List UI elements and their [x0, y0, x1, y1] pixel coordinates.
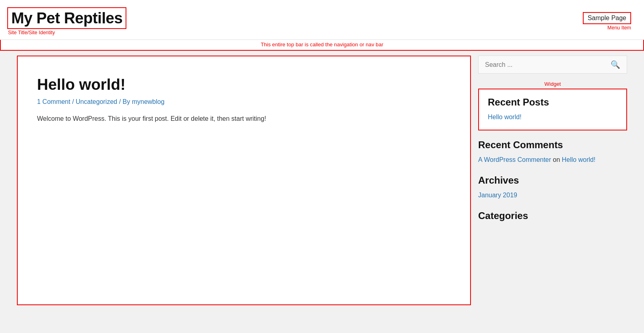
- recent-comments-text: A WordPress Commenter on Hello world!: [478, 156, 595, 163]
- recent-posts-widget: Recent Posts Hello world!: [478, 89, 627, 130]
- recent-comments-section: Recent Comments A WordPress Commenter on…: [478, 139, 627, 163]
- categories-section: Categories: [478, 210, 627, 227]
- search-input[interactable]: [485, 61, 611, 68]
- commenter-link[interactable]: A WordPress Commenter: [478, 156, 551, 163]
- search-box: 🔍: [478, 56, 627, 74]
- nav-right: Sample Page Menu Item: [583, 12, 631, 31]
- navbar: My Pet Reptiles Site Title/Site Identity…: [0, 0, 644, 40]
- page-wrap: Hello world! 1 Comment / Uncategorized /…: [12, 51, 632, 317]
- nav-bar-label: This entire top bar is called the naviga…: [0, 40, 644, 51]
- archives-section: Archives January 2019: [478, 175, 627, 199]
- comment-post-link[interactable]: Hello world!: [562, 156, 596, 163]
- archives-title: Archives: [478, 175, 627, 186]
- site-title-label: Site Title/Site Identity: [8, 30, 126, 35]
- post-meta: 1 Comment / Uncategorized / By mynewblog: [37, 98, 451, 105]
- post-title: Hello world!: [37, 76, 451, 93]
- post-card: Hello world! 1 Comment / Uncategorized /…: [18, 56, 470, 143]
- post-meta-link[interactable]: 1 Comment / Uncategorized / By mynewblog: [37, 98, 165, 105]
- menu-item-link[interactable]: Sample Page: [583, 12, 631, 24]
- post-excerpt: Welcome to WordPress. This is your first…: [37, 114, 451, 124]
- sidebar: 🔍 Widget Recent Posts Hello world! Recen…: [478, 56, 627, 238]
- recent-post-link[interactable]: Hello world!: [488, 114, 522, 120]
- site-title-wrap: My Pet Reptiles Site Title/Site Identity: [7, 7, 126, 35]
- main-content: Hello world! 1 Comment / Uncategorized /…: [17, 56, 471, 305]
- on-text: on: [553, 156, 562, 163]
- recent-comments-title: Recent Comments: [478, 139, 627, 151]
- categories-title: Categories: [478, 210, 627, 221]
- archive-link[interactable]: January 2019: [478, 192, 517, 199]
- main-outer: Hello world! 1 Comment / Uncategorized /…: [12, 51, 471, 317]
- site-title[interactable]: My Pet Reptiles: [7, 7, 126, 29]
- search-button[interactable]: 🔍: [611, 60, 620, 69]
- recent-posts-title: Recent Posts: [488, 97, 617, 108]
- menu-item-label: Menu Item: [607, 25, 631, 31]
- widget-label: Widget: [478, 81, 627, 87]
